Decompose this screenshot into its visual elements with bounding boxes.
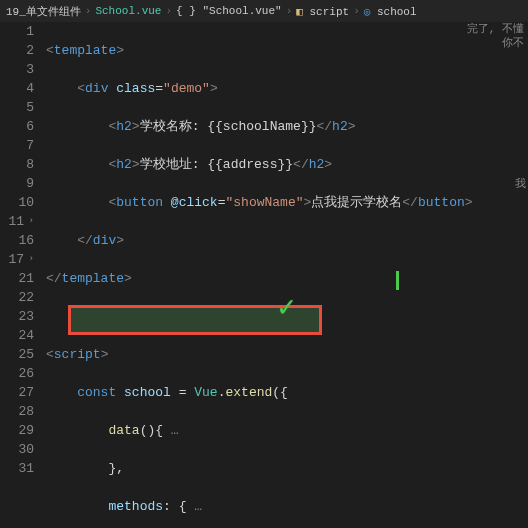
code-line[interactable]: </div>	[46, 231, 528, 250]
code-line[interactable]: <div class="demo">	[46, 79, 528, 98]
cursor-indicator	[396, 271, 399, 290]
code-line[interactable]: <button @click="showName">点我提示学校名</butto…	[46, 193, 528, 212]
code-line[interactable]	[46, 307, 528, 326]
code-editor[interactable]: 1 2 3 4 5 6 7 8 9 10 11› 16 17› 21 22 23…	[0, 22, 528, 528]
code-line[interactable]: data(){ …	[46, 421, 528, 440]
code-area[interactable]: <template> <div class="demo"> <h2>学校名称: …	[46, 22, 528, 528]
code-line[interactable]: },	[46, 459, 528, 478]
line-gutter: 1 2 3 4 5 6 7 8 9 10 11› 16 17› 21 22 23…	[0, 22, 46, 528]
bc-item[interactable]: ◧ script	[296, 5, 349, 18]
fold-icon[interactable]: ›	[26, 212, 34, 231]
chevron-right-icon: ›	[165, 5, 172, 17]
bc-item[interactable]: { } "School.vue"	[176, 5, 282, 17]
code-line[interactable]: <h2>学校地址: {{address}}</h2>	[46, 155, 528, 174]
breadcrumb[interactable]: 19_单文件组件 › School.vue › { } "School.vue"…	[0, 0, 528, 22]
code-line[interactable]: methods: { …	[46, 497, 528, 516]
bc-item[interactable]: School.vue	[95, 5, 161, 17]
chevron-right-icon: ›	[286, 5, 293, 17]
code-line[interactable]: <h2>学校名称: {{schoolName}}</h2>	[46, 117, 528, 136]
annotation-overlay: 完了, 不懂 你不	[467, 22, 524, 50]
annotation-overlay: 我	[515, 176, 526, 191]
chevron-right-icon: ›	[353, 5, 360, 17]
chevron-right-icon: ›	[85, 5, 92, 17]
code-line[interactable]: const school = Vue.extend({	[46, 383, 528, 402]
fold-icon[interactable]: ›	[26, 250, 34, 269]
code-line[interactable]: <template>	[46, 41, 528, 60]
bc-item[interactable]: 19_单文件组件	[6, 4, 81, 19]
code-line[interactable]: <script>	[46, 345, 528, 364]
bc-item[interactable]: ◎ school	[364, 5, 417, 18]
code-line[interactable]: </template>	[46, 269, 528, 288]
